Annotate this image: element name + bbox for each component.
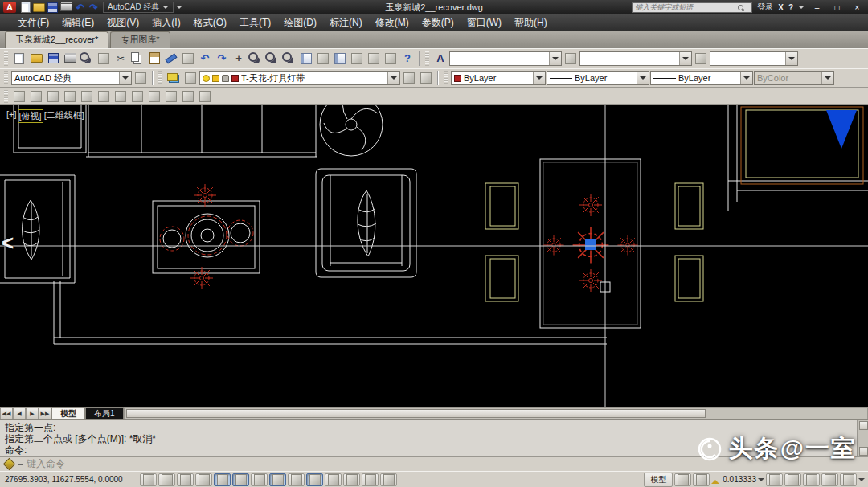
table-style-combo[interactable]: [710, 51, 798, 66]
autocad-logo-icon[interactable]: A: [3, 2, 16, 13]
match-properties-icon[interactable]: [163, 51, 179, 66]
menu-item-2[interactable]: 视图(V): [100, 14, 145, 31]
bring-above-icon[interactable]: [45, 89, 61, 104]
search-input[interactable]: [635, 3, 738, 11]
table-style-icon[interactable]: [693, 51, 709, 66]
annotation-visibility-icon[interactable]: [766, 473, 783, 486]
chevron-down-icon[interactable]: [785, 52, 797, 65]
help-more-icon[interactable]: [798, 6, 805, 12]
layer-properties-icon[interactable]: [166, 71, 182, 86]
ducs-icon[interactable]: [288, 473, 305, 486]
cut-icon[interactable]: [113, 51, 129, 66]
layer-on-icon[interactable]: [203, 75, 210, 82]
publish-icon[interactable]: [96, 51, 112, 66]
block-editor-icon[interactable]: [180, 51, 196, 66]
layer-previous-icon[interactable]: [418, 71, 434, 86]
transparency-icon[interactable]: [343, 473, 360, 486]
close-button[interactable]: ×: [850, 2, 865, 13]
menu-item-8[interactable]: 修改(M): [369, 14, 416, 31]
workspace-switching-icon[interactable]: [803, 473, 820, 486]
horizontal-scrollbar[interactable]: [124, 407, 868, 419]
search-icon[interactable]: [738, 5, 743, 10]
text-to-front-icon[interactable]: [79, 89, 95, 104]
menu-item-1[interactable]: 编辑(E): [55, 14, 100, 31]
layout-tab-0[interactable]: 模型: [51, 407, 85, 419]
grid-icon[interactable]: [177, 473, 194, 486]
sheet-set-manager-icon[interactable]: [349, 51, 365, 66]
send-under-icon[interactable]: [62, 89, 78, 104]
chevron-down-icon[interactable]: [679, 52, 691, 65]
chevron-down-icon[interactable]: [758, 478, 764, 485]
annotation-update-icon[interactable]: [113, 89, 129, 104]
chevron-down-icon[interactable]: [533, 72, 545, 84]
dyn-icon[interactable]: [306, 473, 323, 486]
clean-screen-icon[interactable]: [840, 473, 857, 486]
toolbar-grip[interactable]: [4, 51, 8, 65]
workspace-combo[interactable]: AutoCAD 经典: [11, 71, 132, 85]
viewport-view-control[interactable]: [俯视]: [18, 109, 43, 123]
bring-to-front-icon[interactable]: [11, 89, 27, 104]
lineweight-icon[interactable]: [325, 473, 342, 486]
properties-icon[interactable]: [298, 51, 314, 66]
osnap-icon[interactable]: [232, 473, 249, 486]
hatch-to-back-icon[interactable]: [96, 89, 112, 104]
zoom-window-icon[interactable]: [264, 51, 280, 66]
new-icon[interactable]: [11, 51, 27, 66]
viewport-plus-control[interactable]: [+]: [6, 109, 17, 123]
menu-item-7[interactable]: 标注(N): [323, 14, 369, 31]
table-style-icon[interactable]: [180, 89, 196, 104]
undo-icon[interactable]: [73, 2, 87, 14]
pan-icon[interactable]: [231, 51, 247, 66]
model-space-button[interactable]: 模型: [644, 473, 673, 487]
quick-calc-icon[interactable]: [383, 51, 399, 66]
quickview-drawings-icon[interactable]: [693, 473, 710, 486]
ortho-icon[interactable]: [195, 473, 212, 486]
command-input-row[interactable]: 键入命令: [0, 456, 868, 471]
osnap-3d-icon[interactable]: [251, 473, 268, 486]
dim-style-combo[interactable]: [579, 51, 692, 66]
layer-unlock-icon[interactable]: [222, 75, 229, 82]
maximize-button[interactable]: □: [829, 2, 845, 13]
open-icon[interactable]: [32, 2, 46, 14]
menu-item-11[interactable]: 帮助(H): [508, 14, 554, 31]
viewport-controls[interactable]: [+] [俯视] [二维线框]: [6, 109, 84, 123]
make-object-layer-current-icon[interactable]: [401, 71, 417, 86]
workspace-dropdown[interactable]: AutoCAD 经典: [103, 2, 174, 13]
infer-constraints-icon[interactable]: [140, 473, 157, 486]
toolbar-grip[interactable]: [425, 51, 429, 65]
plot-preview-icon[interactable]: [79, 51, 95, 66]
gear-icon[interactable]: [133, 71, 149, 86]
layer-states-icon[interactable]: [182, 71, 199, 86]
command-history[interactable]: 指定第一点:指定第二个点或 [多个点(M)]: *取消*命令:: [0, 419, 868, 456]
quickview-layouts-icon[interactable]: [674, 473, 691, 486]
copy-icon[interactable]: [129, 51, 145, 66]
signin-label[interactable]: 登录: [757, 2, 773, 13]
dim-style-icon[interactable]: [146, 89, 162, 104]
save-icon[interactable]: [45, 51, 61, 66]
menu-item-4[interactable]: 格式(O): [187, 14, 233, 31]
help-icon[interactable]: ?: [788, 3, 793, 12]
update-fields-icon[interactable]: [197, 89, 213, 104]
prev-tab-button[interactable]: ◀: [13, 407, 26, 419]
viewport-style-control[interactable]: [二维线框]: [44, 109, 84, 123]
zoom-realtime-icon[interactable]: [248, 51, 264, 66]
chevron-down-icon[interactable]: [119, 72, 131, 84]
status-tray-arrow-icon[interactable]: [858, 478, 865, 485]
toolbar-grip[interactable]: [158, 71, 162, 85]
toolbar-grip[interactable]: [444, 71, 448, 85]
plot-icon[interactable]: [62, 51, 78, 66]
coordinate-readout[interactable]: 27695.3903, 11627.5554, 0.0000: [3, 474, 138, 485]
menu-item-3[interactable]: 插入(I): [145, 14, 186, 31]
tool-palettes-icon[interactable]: [332, 51, 348, 66]
redo-icon[interactable]: [214, 51, 230, 66]
save-icon[interactable]: [46, 2, 59, 14]
last-tab-button[interactable]: ▶▶: [39, 407, 51, 419]
scrollbar-thumb[interactable]: [126, 409, 706, 418]
menu-item-9[interactable]: 参数(P): [416, 14, 461, 31]
menu-item-6[interactable]: 绘图(D): [277, 14, 323, 31]
next-tab-button[interactable]: ▶: [26, 407, 39, 419]
chevron-down-icon[interactable]: [387, 72, 399, 84]
layer-combo[interactable]: T-天花-灯具灯带: [199, 71, 400, 85]
annotation-autoscale-icon[interactable]: [784, 473, 801, 486]
menu-item-0[interactable]: 文件(F): [11, 14, 55, 31]
